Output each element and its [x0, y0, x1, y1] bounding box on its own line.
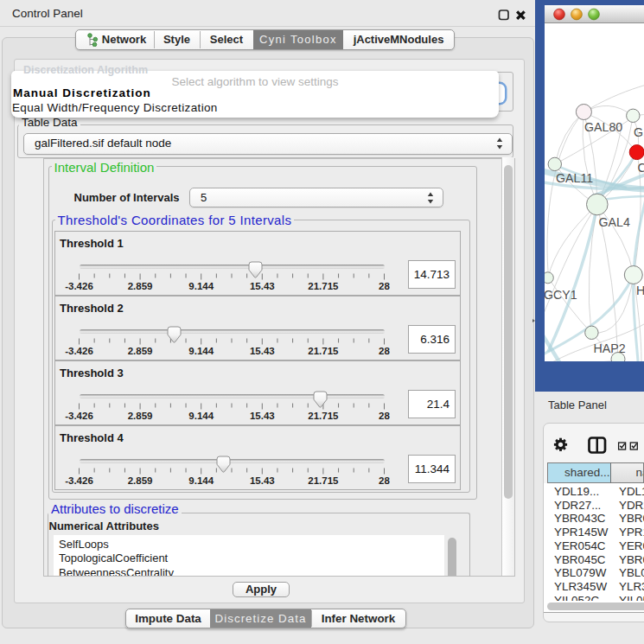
svg-text:GAL4: GAL4: [599, 215, 630, 229]
svg-text:H: H: [636, 284, 644, 297]
svg-text:GAL80: GAL80: [584, 120, 622, 134]
svg-text:GAL11: GAL11: [556, 171, 593, 185]
svg-text:HAP2: HAP2: [594, 341, 626, 355]
svg-text:G..: G..: [634, 125, 644, 139]
svg-text:C..: C..: [638, 161, 644, 175]
svg-text:GCY1: GCY1: [545, 288, 577, 302]
